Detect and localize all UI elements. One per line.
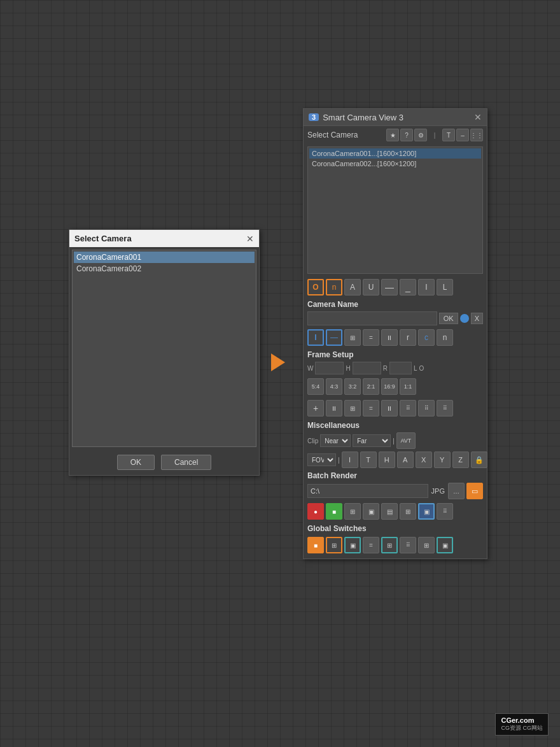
r-input[interactable] xyxy=(389,362,412,374)
shape-btn-underscore[interactable]: _ xyxy=(400,279,416,295)
avt-btn[interactable]: AVT xyxy=(396,432,416,449)
shape-btn-i[interactable]: I xyxy=(418,279,435,295)
batch-sq4[interactable]: ▣ xyxy=(418,503,435,520)
cam-icon-dash[interactable]: — xyxy=(326,329,342,346)
batch-dots-btn[interactable]: … xyxy=(448,483,465,499)
frame-pause2[interactable]: ⏸ xyxy=(381,400,398,416)
batch-red[interactable]: ● xyxy=(307,503,324,520)
batch-folder-btn[interactable]: ▭ xyxy=(466,483,483,499)
left-cancel-button[interactable]: Cancel xyxy=(161,455,211,470)
batch-sq3[interactable]: ⊞ xyxy=(400,503,416,520)
frame-pause[interactable]: ⏸ xyxy=(326,400,342,416)
fov-a[interactable]: A xyxy=(397,452,414,468)
watermark-line1: CGer.com xyxy=(501,716,534,724)
width-input[interactable] xyxy=(315,362,344,374)
watermark-line2: CG资源 CG网站 xyxy=(501,724,543,732)
camera-name-x[interactable]: X xyxy=(471,313,483,324)
batch-path-input[interactable] xyxy=(307,484,428,498)
cam-icon-n[interactable]: n xyxy=(437,329,453,346)
cam-icon-eq[interactable]: = xyxy=(363,329,379,346)
ratio-11[interactable]: 1:1 xyxy=(400,378,416,395)
pipe-icon-btn: | xyxy=(428,129,441,141)
fov-t[interactable]: T xyxy=(360,452,377,468)
global-btn-5[interactable]: ⊞ xyxy=(381,537,398,553)
shape-btn-o[interactable]: O xyxy=(307,279,324,295)
clip-row: Clip Near Far | AVT xyxy=(304,431,487,450)
global-btn-4[interactable]: = xyxy=(363,537,379,553)
frame-grid[interactable]: ⊞ xyxy=(344,400,361,416)
ratio-54[interactable]: 5:4 xyxy=(307,378,324,395)
right-cam-entry-2[interactable]: CoronaCamera002...[1600×1200] xyxy=(309,159,481,169)
ratio-32[interactable]: 3:2 xyxy=(344,378,361,395)
camera-name-header: Camera Name xyxy=(304,298,487,310)
frame-dots2[interactable]: ⠿ xyxy=(418,400,435,416)
frame-wh-row: W H R L O xyxy=(304,360,487,376)
left-camera-list[interactable]: CoronaCamera001 CoronaCamera002 xyxy=(72,250,256,447)
cam-icon-pause[interactable]: ⏸ xyxy=(381,329,398,346)
ratio-21[interactable]: 2:1 xyxy=(363,378,379,395)
left-cam-item-2[interactable]: CoronaCamera002 xyxy=(74,263,255,274)
t-icon-btn[interactable]: T xyxy=(442,129,455,141)
left-cam-item-1[interactable]: CoronaCamera001 xyxy=(74,252,255,263)
global-btn-6[interactable]: ⠿ xyxy=(400,537,416,553)
right-titlebar: 3 Smart Camera View 3 ✕ xyxy=(304,109,487,126)
fov-select[interactable]: FOV xyxy=(307,453,336,466)
help-icon-btn[interactable]: ? xyxy=(400,129,413,141)
left-dialog-close[interactable]: ✕ xyxy=(246,234,254,243)
global-btn-3[interactable]: ▣ xyxy=(344,537,361,553)
batch-sq5[interactable]: ⠿ xyxy=(437,503,453,520)
fov-z[interactable]: Z xyxy=(452,452,469,468)
fov-h[interactable]: H xyxy=(379,452,395,468)
batch-sq1[interactable]: ▣ xyxy=(363,503,379,520)
ratio-43[interactable]: 4:3 xyxy=(326,378,342,395)
format-label: JPG xyxy=(430,487,446,495)
cam-icon-c[interactable]: c xyxy=(418,329,435,346)
cam-icon-r[interactable]: r xyxy=(400,329,416,346)
title-number: 3 xyxy=(309,113,319,121)
l-label: L xyxy=(414,365,417,372)
frame-setup-header: Frame Setup xyxy=(304,348,487,360)
left-ok-button[interactable]: OK xyxy=(117,455,155,470)
right-cam-entry-1[interactable]: CoronaCamera001...[1600×1200] xyxy=(309,148,481,159)
batch-sq2[interactable]: ▤ xyxy=(381,503,398,520)
shape-btn-u[interactable]: U xyxy=(363,279,379,295)
frame-dots3[interactable]: ⠿ xyxy=(437,400,453,416)
frame-plus[interactable]: + xyxy=(307,400,324,416)
fov-i[interactable]: I xyxy=(342,452,358,468)
fov-lock[interactable]: 🔒 xyxy=(471,452,487,468)
global-btn-8[interactable]: ▣ xyxy=(437,537,453,553)
gear-icon-btn[interactable]: ⚙ xyxy=(414,129,427,141)
right-panel-close[interactable]: ✕ xyxy=(474,112,482,122)
fov-y[interactable]: Y xyxy=(434,452,451,468)
blue-dot-indicator xyxy=(460,314,469,323)
r-label: R xyxy=(383,365,388,372)
global-btn-2[interactable]: ⊞ xyxy=(326,537,342,553)
cam-icon-grid2[interactable]: ⊞ xyxy=(344,329,361,346)
camera-name-input[interactable] xyxy=(307,311,437,325)
frame-eq[interactable]: = xyxy=(363,400,379,416)
cam-icon-i[interactable]: I xyxy=(307,329,324,346)
batch-green[interactable]: ■ xyxy=(326,503,342,520)
frame-dots1[interactable]: ⠿ xyxy=(400,400,416,416)
watermark: CGer.com CG资源 CG网站 xyxy=(495,713,549,736)
global-btn-1[interactable]: ■ xyxy=(307,537,324,553)
fov-x[interactable]: X xyxy=(416,452,432,468)
global-btn-7[interactable]: ⊞ xyxy=(418,537,435,553)
star-icon-btn[interactable]: ★ xyxy=(386,129,399,141)
right-camera-list[interactable]: CoronaCamera001...[1600×1200] CoronaCame… xyxy=(307,146,483,274)
shape-btn-a[interactable]: A xyxy=(344,279,361,295)
batch-path-row: JPG … ▭ xyxy=(304,481,487,501)
ratio-169[interactable]: 16:9 xyxy=(381,378,398,395)
grid-icon-btn[interactable]: ⋮⋮ xyxy=(470,129,483,141)
near-select[interactable]: Near xyxy=(320,434,351,447)
shape-btn-dash[interactable]: — xyxy=(381,279,398,295)
batch-grid[interactable]: ⊞ xyxy=(344,503,361,520)
aspect-ratio-row: 5:4 4:3 3:2 2:1 16:9 1:1 xyxy=(304,376,487,397)
camera-name-ok[interactable]: OK xyxy=(439,313,458,324)
height-input[interactable] xyxy=(353,362,381,374)
fov-row: FOV | I T H A X Y Z 🔒 xyxy=(304,450,487,469)
shape-btn-l[interactable]: L xyxy=(437,279,453,295)
minus-icon-btn[interactable]: – xyxy=(456,129,469,141)
far-select[interactable]: Far xyxy=(353,434,391,447)
shape-btn-n[interactable]: n xyxy=(326,279,342,295)
